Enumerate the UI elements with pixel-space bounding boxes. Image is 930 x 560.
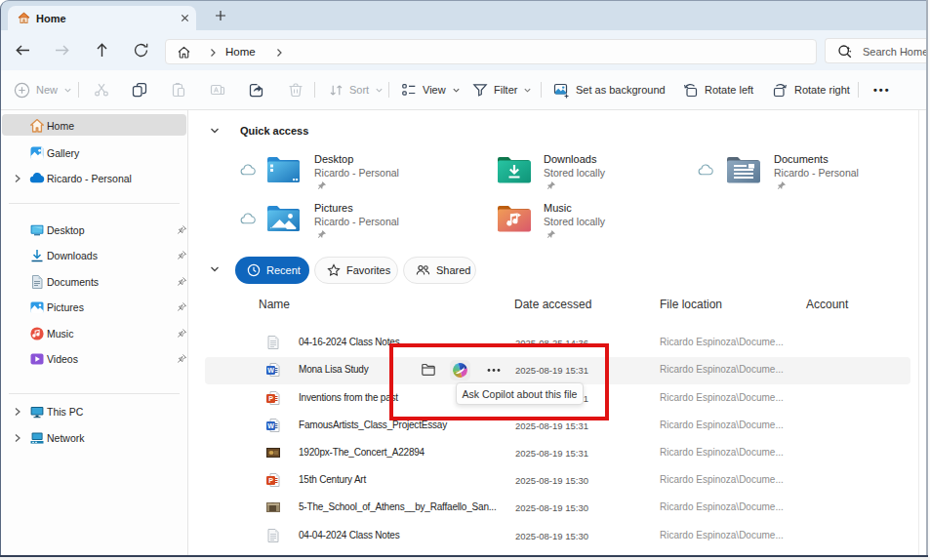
- svg-text:P: P: [268, 395, 273, 402]
- svg-text:P: P: [268, 477, 273, 484]
- svg-text:W: W: [267, 422, 274, 429]
- svg-text:W: W: [267, 367, 274, 374]
